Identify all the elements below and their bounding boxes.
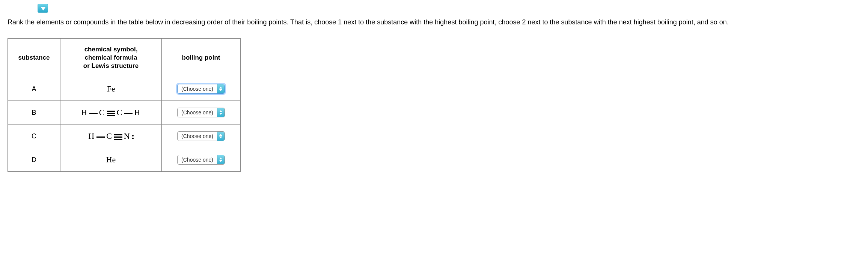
chevron-updown-icon (217, 108, 225, 117)
select-label: (Choose one) (178, 108, 217, 117)
select-label: (Choose one) (178, 155, 217, 164)
substance-label: B (8, 101, 60, 124)
chevron-updown-icon (217, 84, 225, 93)
rank-select[interactable]: (Choose one) (177, 84, 225, 94)
table-row: A Fe (Choose one) (8, 77, 241, 101)
formula-cell: HCCH (60, 101, 162, 124)
table-row: B HCCH (Choose one) (8, 101, 241, 124)
select-label: (Choose one) (178, 84, 217, 93)
ranking-table: substance chemical symbol, chemical form… (8, 38, 241, 172)
substance-label: A (8, 77, 60, 101)
boiling-point-cell: (Choose one) (162, 77, 241, 101)
table-row: D He (Choose one) (8, 148, 241, 172)
formula-cell: He (60, 148, 162, 172)
header-substance: substance (8, 39, 60, 77)
boiling-point-cell: (Choose one) (162, 148, 241, 172)
boiling-point-cell: (Choose one) (162, 124, 241, 148)
table-row: C HCN (Choose one) (8, 124, 241, 148)
chevron-updown-icon (217, 132, 225, 141)
header-formula: chemical symbol, chemical formula or Lew… (60, 39, 162, 77)
formula-cell: HCN (60, 124, 162, 148)
substance-label: D (8, 148, 60, 172)
rank-select[interactable]: (Choose one) (177, 155, 225, 165)
header-boiling-point: boiling point (162, 39, 241, 77)
rank-select[interactable]: (Choose one) (177, 131, 225, 141)
collapse-icon[interactable] (38, 4, 48, 13)
formula-cell: Fe (60, 77, 162, 101)
boiling-point-cell: (Choose one) (162, 101, 241, 124)
rank-select[interactable]: (Choose one) (177, 108, 225, 117)
select-label: (Choose one) (178, 132, 217, 141)
chevron-updown-icon (217, 155, 225, 164)
question-text: Rank the elements or compounds in the ta… (8, 18, 860, 27)
substance-label: C (8, 124, 60, 148)
